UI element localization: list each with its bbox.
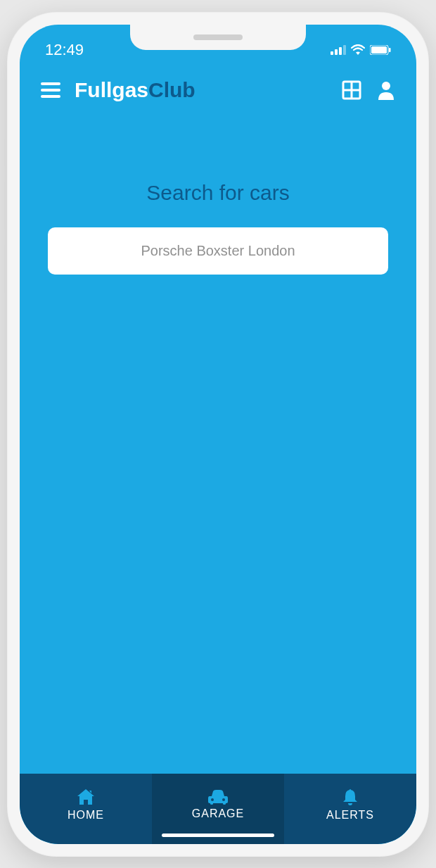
status-time: 12:49 [45, 41, 84, 59]
screen: 12:49 [20, 25, 416, 844]
app-logo: FullgasClub [75, 78, 328, 102]
nav-home[interactable]: HOME [20, 774, 152, 844]
battery-icon [370, 45, 391, 55]
nav-alerts-label: ALERTS [326, 809, 374, 822]
search-input[interactable] [48, 227, 388, 275]
car-icon [207, 789, 229, 805]
signal-icon [331, 45, 346, 55]
profile-icon[interactable] [377, 80, 395, 100]
bell-icon [342, 788, 359, 806]
home-indicator[interactable] [162, 834, 274, 837]
status-icons [331, 44, 391, 55]
header: FullgasClub [20, 63, 416, 118]
svg-point-12 [222, 798, 225, 801]
home-icon [76, 788, 96, 806]
svg-point-10 [382, 82, 390, 90]
svg-rect-1 [335, 49, 338, 55]
svg-rect-5 [371, 46, 387, 54]
search-title: Search for cars [48, 181, 388, 205]
svg-rect-3 [343, 45, 346, 55]
content: Search for cars [20, 118, 416, 275]
phone-frame: 12:49 [7, 12, 429, 857]
notch [130, 25, 306, 50]
svg-rect-0 [331, 51, 333, 55]
grid-icon[interactable] [342, 80, 361, 100]
nav-alerts[interactable]: ALERTS [284, 774, 416, 844]
hamburger-menu-icon[interactable] [41, 82, 60, 98]
svg-rect-6 [389, 48, 391, 52]
svg-rect-2 [339, 47, 342, 55]
nav-home-label: HOME [68, 809, 104, 822]
svg-point-11 [211, 798, 214, 801]
nav-garage-label: GARAGE [192, 807, 244, 820]
wifi-icon [351, 44, 365, 55]
